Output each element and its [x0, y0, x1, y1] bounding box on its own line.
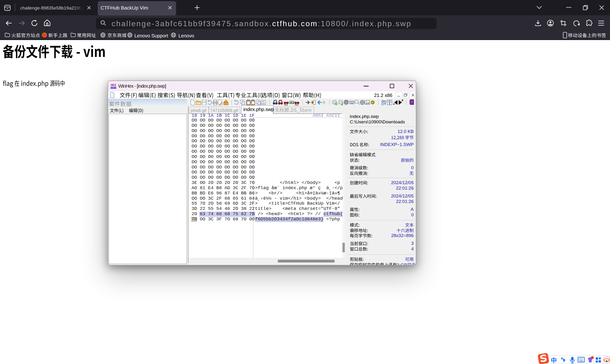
svg-text:010: 010 [261, 103, 265, 104]
svg-text:HEX: HEX [111, 83, 116, 86]
svg-text:?: ? [411, 101, 413, 104]
svg-text:HEX: HEX [295, 104, 299, 105]
svg-text:13:2C: 13:2C [111, 87, 116, 89]
svg-text:HEX: HEX [284, 104, 288, 105]
